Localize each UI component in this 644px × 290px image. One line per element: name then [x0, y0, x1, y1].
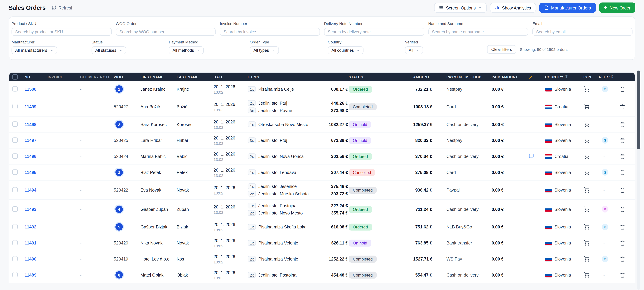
last-name-cell: Babić: [176, 154, 214, 159]
header-date[interactable]: DATE: [214, 75, 248, 79]
row-checkbox[interactable]: [12, 86, 18, 91]
country-select[interactable]: All countries: [328, 46, 364, 54]
delivery-note-input[interactable]: [324, 28, 424, 36]
header-no[interactable]: NO.: [25, 75, 48, 79]
payment-method-select[interactable]: All methods: [169, 46, 204, 54]
woo-order-input[interactable]: [116, 28, 216, 36]
first-name-cell: Janez Krajnc: [140, 87, 176, 92]
woo-cell: 520422: [114, 187, 140, 192]
delete-button[interactable]: [619, 186, 626, 193]
header-status[interactable]: STATUS: [349, 75, 413, 79]
first-name-cell: Gašper Bizjak: [140, 225, 176, 230]
woo-order-badge[interactable]: 2: [116, 121, 123, 128]
order-number-link[interactable]: 11497: [25, 138, 36, 143]
date-cell: 20. 1. 2026 13:02: [214, 167, 248, 177]
scrollbar-thumb[interactable]: [637, 70, 640, 149]
delete-button[interactable]: [619, 85, 626, 92]
header-first-name[interactable]: FIRST NAME: [140, 75, 176, 79]
sales-orders-page: Sales Orders Refresh Screen Options: [0, 0, 644, 290]
header-paid-amount[interactable]: PAID AMOUNT: [492, 75, 528, 79]
delete-button[interactable]: [619, 121, 626, 128]
header-attr[interactable]: ATTR ⓘ: [598, 74, 619, 80]
woo-order-badge[interactable]: 6: [116, 271, 123, 279]
header-woo[interactable]: WOO: [114, 75, 140, 79]
header-delivery-note[interactable]: DELIVERY NOTE: [80, 75, 114, 79]
email-input[interactable]: [532, 28, 632, 36]
time-text: 13:02: [214, 260, 248, 264]
cart-icon: [583, 137, 590, 144]
new-order-button[interactable]: + New Order: [599, 2, 635, 12]
country-cell: Slovenia: [545, 240, 583, 245]
verified-select[interactable]: All: [405, 46, 423, 54]
row-checkbox[interactable]: [12, 240, 18, 245]
amount-value: 711.24 €: [413, 207, 432, 212]
order-number-link[interactable]: 11495: [25, 170, 36, 175]
manufacturer-orders-button[interactable]: Manufacturer Orders: [539, 2, 596, 12]
header-payment-method[interactable]: PAYMENT METHOD: [446, 75, 492, 79]
row-checkbox[interactable]: [12, 224, 18, 229]
order-number-link[interactable]: 11492: [25, 225, 36, 230]
delete-button[interactable]: [619, 255, 626, 262]
row-checkbox[interactable]: [12, 121, 18, 127]
order-type-select[interactable]: All types: [250, 46, 279, 54]
invoice-number-input[interactable]: [220, 28, 320, 36]
delete-button[interactable]: [619, 153, 626, 160]
delete-button[interactable]: [619, 169, 626, 176]
filter-order-type: Order Type All types: [250, 40, 328, 54]
vertical-scrollbar[interactable]: [637, 70, 640, 290]
row-checkbox[interactable]: [12, 206, 18, 212]
order-number-link[interactable]: 11490: [25, 256, 36, 261]
screen-options-label: Screen Options: [446, 5, 476, 10]
delete-button[interactable]: [619, 239, 626, 246]
refresh-button[interactable]: Refresh: [52, 5, 74, 10]
country-label: Country: [328, 40, 405, 44]
attr-cell: -: [598, 187, 619, 192]
order-number-link[interactable]: 11499: [25, 104, 36, 109]
product-sku-input[interactable]: [12, 28, 112, 36]
woo-order-badge[interactable]: 3: [116, 169, 123, 176]
header-type[interactable]: TYPE: [583, 75, 598, 79]
order-number-link[interactable]: 11493: [25, 207, 36, 212]
delete-button[interactable]: [619, 224, 626, 230]
comment-icon[interactable]: [528, 153, 534, 159]
row-checkbox[interactable]: [12, 187, 18, 192]
order-number-link[interactable]: 11489: [25, 273, 36, 278]
order-number-link[interactable]: 11500: [25, 87, 36, 92]
woo-order-badge[interactable]: 1: [116, 85, 123, 93]
delete-button[interactable]: [619, 137, 626, 144]
row-checkbox[interactable]: [12, 256, 18, 261]
select-all-checkbox[interactable]: [12, 74, 18, 80]
woo-order-badge[interactable]: 4: [116, 206, 123, 213]
row-checkbox[interactable]: [12, 137, 18, 143]
manufacturer-select[interactable]: All manufacturers: [12, 46, 57, 54]
new-order-label: New Order: [610, 5, 630, 10]
row-checkbox[interactable]: [12, 153, 18, 159]
country-flag-icon: [545, 188, 552, 192]
status-badge: On hold: [349, 121, 371, 128]
status-select[interactable]: All statuses: [92, 46, 126, 54]
row-checkbox[interactable]: [12, 272, 18, 277]
delete-button[interactable]: [619, 206, 626, 213]
header-invoice[interactable]: INVOICE: [48, 75, 80, 79]
header-country[interactable]: COUNTRY ⓘ: [545, 74, 583, 80]
show-analytics-button[interactable]: Show Analytics: [490, 2, 536, 12]
date-text: 20. 1. 2026: [214, 204, 248, 209]
row-checkbox[interactable]: [12, 169, 18, 175]
table-row: 11492 - 5 Gašper Bizjak Bizjak 20. 1. 20…: [9, 219, 635, 235]
screen-options-button[interactable]: Screen Options: [434, 2, 487, 12]
clear-filters-button[interactable]: Clear filters: [487, 45, 516, 54]
order-number-link[interactable]: 11494: [25, 187, 36, 192]
order-number-link[interactable]: 11496: [25, 154, 36, 159]
header-attr-label: ATTR: [598, 75, 608, 79]
woo-order-badge[interactable]: 5: [116, 223, 123, 231]
order-number-link[interactable]: 11498: [25, 122, 36, 127]
header-last-name[interactable]: LAST NAME: [176, 75, 214, 79]
header-amount[interactable]: AMOUNT: [413, 75, 446, 79]
row-checkbox[interactable]: [12, 104, 18, 109]
header-items[interactable]: ITEMS: [248, 75, 349, 79]
delivery-note-cell: -: [80, 138, 114, 143]
order-number-link[interactable]: 11491: [25, 240, 36, 245]
delete-button[interactable]: [619, 103, 626, 110]
delete-button[interactable]: [619, 271, 626, 278]
name-surname-input[interactable]: [428, 28, 528, 36]
